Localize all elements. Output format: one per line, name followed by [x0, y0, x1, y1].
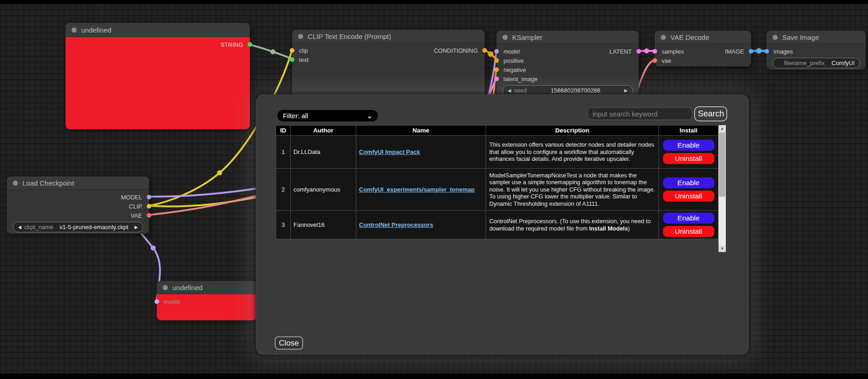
node-undefined-top[interactable]: undefined STRING	[66, 23, 250, 129]
latent-image-input-port[interactable]	[494, 77, 499, 81]
text-input-port[interactable]	[290, 57, 294, 62]
extensions-table: ID Author Name Description Install 1 Dr.…	[276, 125, 719, 239]
scroll-down-icon[interactable]: ▼	[719, 245, 726, 252]
column-header-id: ID	[276, 126, 291, 136]
uninstall-button[interactable]: Uninstall	[663, 226, 714, 237]
node-body: images filename_prefix ComfyUI	[767, 44, 866, 68]
widget-label: ckpt_name	[24, 224, 54, 231]
ckpt-name-widget[interactable]: ◀ ckpt_name v1-5-pruned-emaonly.ckpt ▶	[13, 222, 143, 232]
negative-input-port[interactable]	[494, 67, 499, 72]
conditioning-output-port[interactable]	[482, 48, 487, 53]
collapse-icon[interactable]	[773, 35, 778, 40]
node-save-image[interactable]: Save Image images filename_prefix ComfyU…	[767, 31, 866, 70]
bottom-edge-strip	[0, 374, 868, 379]
node-title: undefined	[81, 26, 111, 34]
input-label: clip	[299, 47, 308, 54]
extension-manager-dialog: Filter: all ⌄ Search ID Author Name Desc…	[256, 94, 749, 355]
vae-input-port[interactable]	[652, 58, 657, 63]
node-title-bar[interactable]: VAE Decode	[655, 31, 751, 44]
comfyui-app: undefined STRING CLIP Text Encode (Promp…	[0, 0, 868, 379]
node-undefined-bottom[interactable]: undefined model	[157, 281, 257, 320]
clip-output-port[interactable]	[147, 204, 151, 209]
collapse-icon[interactable]	[72, 27, 77, 33]
collapse-icon[interactable]	[661, 35, 666, 40]
extension-link[interactable]: ComfyUI_experiments/sampler_tonemap	[359, 186, 475, 193]
input-label: samples	[662, 48, 684, 55]
search-button[interactable]: Search	[694, 106, 727, 121]
table-row: 3 Fannovel16 ControlNet Preprocessors Co…	[276, 211, 719, 239]
output-label: STRING	[221, 41, 243, 48]
filter-dropdown[interactable]: Filter: all ⌄	[277, 110, 378, 122]
node-title-bar[interactable]: undefined	[66, 23, 250, 37]
increment-icon[interactable]: ▶	[624, 88, 628, 93]
node-title-bar[interactable]: undefined	[157, 281, 257, 294]
node-ksampler[interactable]: KSampler model LATENT positive negative …	[497, 31, 639, 96]
input-label: model	[503, 48, 520, 55]
cell-id: 1	[276, 136, 291, 169]
node-body: MODEL CLIP VAE ◀ ckpt_name v1-5-pruned-e…	[7, 190, 149, 232]
collapse-icon[interactable]	[163, 285, 168, 290]
node-title-bar[interactable]: Save Image	[767, 31, 866, 44]
node-title-bar[interactable]: KSampler	[497, 31, 639, 44]
decrement-icon[interactable]: ◀	[18, 225, 22, 230]
output-label: MODEL	[121, 194, 142, 201]
node-title: undefined	[172, 284, 203, 291]
node-body: STRING	[66, 37, 250, 129]
output-label: CLIP	[129, 203, 142, 210]
column-header-install: Install	[659, 126, 719, 136]
scroll-up-icon[interactable]: ▲	[719, 125, 726, 132]
output-label: LATENT	[609, 48, 632, 55]
clip-input-port[interactable]	[290, 48, 294, 53]
output-label: IMAGE	[725, 48, 744, 55]
uninstall-button[interactable]: Uninstall	[663, 153, 714, 164]
widget-value: v1-5-pruned-emaonly.ckpt	[60, 224, 128, 231]
close-button[interactable]: Close	[275, 336, 303, 350]
filter-dropdown-value: Filter: all	[283, 112, 308, 120]
output-label: CONDITIONING	[434, 47, 478, 54]
model-input-port[interactable]	[155, 299, 159, 304]
table-scrollbar[interactable]: ▲ ▼	[719, 125, 726, 252]
string-output-port[interactable]	[248, 42, 252, 47]
column-header-author: Author	[291, 126, 356, 136]
image-output-port[interactable]	[749, 49, 753, 54]
samples-input-port[interactable]	[652, 49, 657, 54]
column-header-description: Description	[486, 126, 659, 136]
model-output-port[interactable]	[147, 195, 151, 199]
collapse-icon[interactable]	[13, 181, 18, 186]
uninstall-button[interactable]: Uninstall	[663, 191, 714, 202]
node-clip-text-encode[interactable]: CLIP Text Encode (Prompt) clip CONDITION…	[292, 30, 485, 96]
enable-button[interactable]: Enable	[663, 140, 714, 151]
widget-label: filename_prefix	[784, 60, 824, 66]
node-title: KSampler	[512, 33, 542, 41]
node-title-bar[interactable]: CLIP Text Encode (Prompt)	[292, 30, 485, 43]
cell-description: This extension offers various detector n…	[486, 136, 659, 169]
increment-icon[interactable]: ▶	[134, 225, 138, 230]
enable-button[interactable]: Enable	[663, 177, 714, 188]
cell-author: comfyanonymous	[291, 169, 356, 211]
positive-input-port[interactable]	[494, 58, 499, 63]
node-load-checkpoint[interactable]: Load Checkpoint MODEL CLIP VAE ◀ ckpt_na…	[7, 176, 149, 234]
latent-output-port[interactable]	[636, 49, 641, 54]
enable-button[interactable]: Enable	[663, 213, 714, 224]
node-body: clip CONDITIONING text	[292, 43, 485, 64]
node-body: samples IMAGE vae	[655, 44, 751, 65]
extension-link[interactable]: ControlNet Preprocessors	[359, 221, 433, 228]
model-input-port[interactable]	[494, 49, 499, 54]
widget-value: ComfyUI	[831, 60, 855, 66]
images-input-port[interactable]	[764, 49, 769, 54]
collapse-icon[interactable]	[298, 34, 303, 39]
table-row: 2 comfyanonymous ComfyUI_experiments/sam…	[276, 169, 719, 211]
chevron-down-icon: ⌄	[367, 112, 372, 120]
scrollbar-thumb[interactable]	[719, 132, 725, 197]
node-vae-decode[interactable]: VAE Decode samples IMAGE vae	[655, 31, 751, 66]
search-input[interactable]	[587, 107, 692, 120]
input-label: images	[774, 48, 793, 55]
column-header-name: Name	[356, 126, 486, 136]
decrement-icon[interactable]: ◀	[508, 88, 511, 93]
collapse-icon[interactable]	[503, 35, 508, 40]
vae-output-port[interactable]	[147, 213, 151, 218]
filename-prefix-widget[interactable]: filename_prefix ComfyUI	[773, 58, 860, 68]
extension-link[interactable]: ComfyUI Impact Pack	[359, 148, 420, 155]
table-row: 1 Dr.Lt.Data ComfyUI Impact Pack This ex…	[276, 136, 719, 169]
node-title-bar[interactable]: Load Checkpoint	[7, 176, 149, 190]
